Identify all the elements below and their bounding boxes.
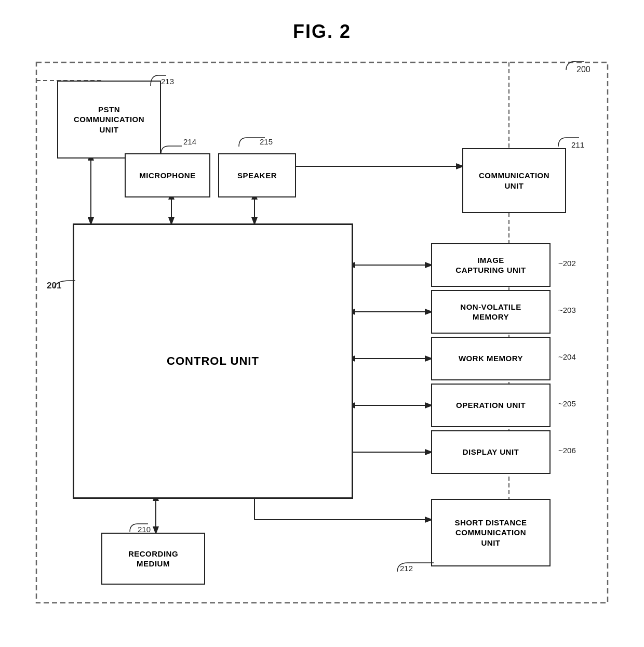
display-unit-ref: ~206 (558, 446, 576, 455)
microphone-ref (158, 144, 184, 156)
operation-unit-ref: ~205 (558, 399, 576, 408)
operation-unit-box: OPERATION UNIT (431, 384, 551, 427)
non-volatile-memory-box: NON-VOLATILE MEMORY (431, 290, 551, 334)
work-memory-box: WORK MEMORY (431, 337, 551, 380)
work-memory-ref: ~204 (558, 352, 576, 361)
image-capturing-box: IMAGE CAPTURING UNIT (431, 243, 551, 287)
microphone-ref-text: 214 (183, 137, 196, 146)
speaker-box: SPEAKER (218, 153, 296, 197)
figure-title: FIG. 2 (0, 0, 644, 43)
control-unit-box: CONTROL UNIT (73, 223, 353, 499)
display-unit-box: DISPLAY UNIT (431, 430, 551, 474)
communication-unit-box: COMMUNICATION UNIT (462, 148, 566, 213)
microphone-box: MICROPHONE (125, 153, 210, 197)
non-volatile-ref: ~203 (558, 306, 576, 314)
image-capturing-ref: ~202 (558, 259, 576, 268)
pstn-box: PSTN COMMUNICATION UNIT (57, 81, 161, 159)
diagram-container: FIG. 2 (0, 0, 644, 647)
short-distance-box: SHORT DISTANCE COMMUNICATION UNIT (431, 499, 551, 566)
recording-medium-box: RECORDING MEDIUM (101, 533, 205, 585)
